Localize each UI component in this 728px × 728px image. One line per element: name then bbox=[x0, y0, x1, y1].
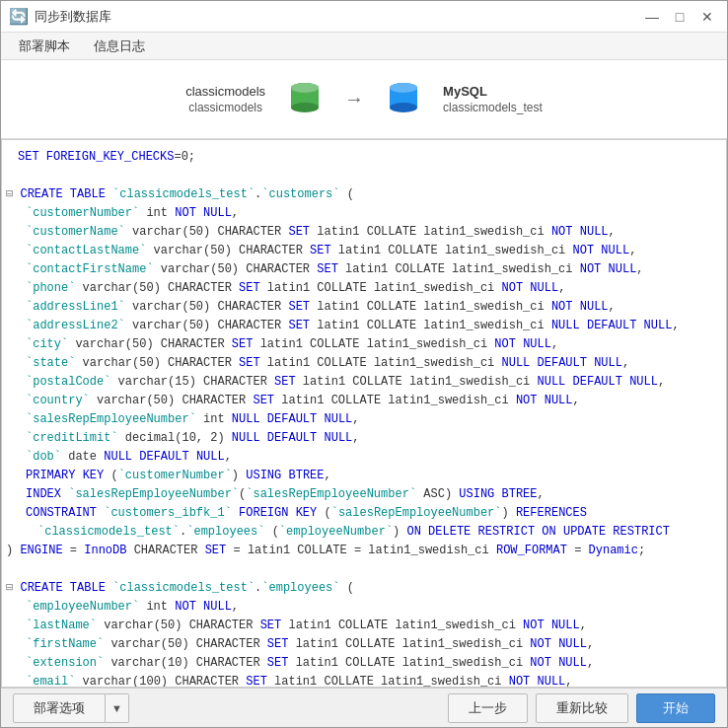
code-line-blank bbox=[2, 167, 726, 185]
close-button[interactable]: ✕ bbox=[695, 5, 719, 29]
svg-point-3 bbox=[291, 83, 319, 93]
code-line: `postalCode` varchar(15) CHARACTER SET l… bbox=[2, 373, 726, 392]
code-area[interactable]: SET FOREIGN_KEY_CHECKS=0; ⊟ CREATE TABLE… bbox=[1, 139, 727, 688]
window-title: 同步到数据库 bbox=[35, 8, 111, 26]
code-line: INDEX `salesRepEmployeeNumber`(`salesRep… bbox=[2, 485, 726, 504]
menu-item-deploy-script[interactable]: 部署脚本 bbox=[9, 34, 80, 59]
code-line: `country` varchar(50) CHARACTER SET lati… bbox=[2, 392, 726, 410]
start-button[interactable]: 开始 bbox=[636, 693, 715, 723]
deploy-options-dropdown[interactable]: ▼ bbox=[106, 693, 129, 723]
code-line: `contactLastName` varchar(50) CHARACTER … bbox=[2, 242, 726, 260]
target-db-icon bbox=[388, 80, 419, 118]
code-line: `addressLine2` varchar(50) CHARACTER SET… bbox=[2, 317, 726, 335]
menu-item-info-log[interactable]: 信息日志 bbox=[84, 34, 155, 59]
code-line: ⊟ CREATE TABLE `classicmodels_test`.`emp… bbox=[2, 579, 726, 598]
code-line: CONSTRAINT `customers_ibfk_1` FOREIGN KE… bbox=[2, 504, 726, 523]
collapse-icon[interactable]: ⊟ bbox=[6, 581, 20, 595]
deploy-options-group: 部署选项 ▼ bbox=[13, 693, 129, 723]
code-line: `firstName` varchar(50) CHARACTER SET la… bbox=[2, 635, 726, 654]
menu-bar: 部署脚本 信息日志 bbox=[1, 33, 727, 60]
code-line: ⊟ CREATE TABLE `classicmodels_test`.`cus… bbox=[2, 185, 726, 204]
source-db-icon bbox=[289, 80, 321, 118]
window-icon: 🔄 bbox=[9, 7, 29, 26]
maximize-button[interactable]: □ bbox=[668, 5, 692, 29]
footer-right: 上一步 重新比较 开始 bbox=[448, 693, 715, 723]
sync-header: classicmodels classicmodels → MySQL cl bbox=[1, 60, 727, 139]
code-line: SET FOREIGN_KEY_CHECKS=0; bbox=[2, 148, 726, 167]
source-db-info: classicmodels classicmodels bbox=[185, 84, 265, 114]
code-line: `lastName` varchar(50) CHARACTER SET lat… bbox=[2, 617, 726, 635]
recompare-button[interactable]: 重新比较 bbox=[536, 693, 628, 723]
code-line: `customerNumber` int NOT NULL, bbox=[2, 204, 726, 223]
footer: 部署选项 ▼ 上一步 重新比较 开始 bbox=[1, 688, 727, 727]
code-line: PRIMARY KEY (`customerNumber`) USING BTR… bbox=[2, 467, 726, 485]
source-db-name1: classicmodels bbox=[185, 84, 265, 99]
collapse-icon[interactable]: ⊟ bbox=[6, 187, 20, 201]
svg-point-2 bbox=[291, 103, 319, 112]
code-line: `email` varchar(100) CHARACTER SET latin… bbox=[2, 673, 726, 688]
svg-point-6 bbox=[390, 103, 417, 112]
code-line: `phone` varchar(50) CHARACTER SET latin1… bbox=[2, 279, 726, 298]
code-line: `employeeNumber` int NOT NULL, bbox=[2, 598, 726, 617]
code-line: `classicmodels_test`.`employees` (`emplo… bbox=[2, 523, 726, 542]
back-button[interactable]: 上一步 bbox=[448, 693, 528, 723]
code-line: `salesRepEmployeeNumber` int NULL DEFAUL… bbox=[2, 410, 726, 429]
code-line: `creditLimit` decimal(10, 2) NULL DEFAUL… bbox=[2, 429, 726, 448]
title-bar-left: 🔄 同步到数据库 bbox=[9, 7, 111, 26]
code-line: `extension` varchar(10) CHARACTER SET la… bbox=[2, 654, 726, 673]
main-window: 🔄 同步到数据库 — □ ✕ 部署脚本 信息日志 classicmodels c… bbox=[0, 0, 728, 728]
svg-point-7 bbox=[390, 83, 417, 93]
code-line-blank bbox=[2, 560, 726, 579]
code-line: `customerName` varchar(50) CHARACTER SET… bbox=[2, 223, 726, 242]
title-controls: — □ ✕ bbox=[640, 5, 719, 29]
code-line: `state` varchar(50) CHARACTER SET latin1… bbox=[2, 354, 726, 373]
target-db-info: MySQL classicmodels_test bbox=[443, 84, 543, 114]
code-line: ) ENGINE = InnoDB CHARACTER SET = latin1… bbox=[2, 542, 726, 560]
target-db-name: classicmodels_test bbox=[443, 101, 543, 114]
title-bar: 🔄 同步到数据库 — □ ✕ bbox=[1, 1, 727, 33]
code-line: `city` varchar(50) CHARACTER SET latin1 … bbox=[2, 335, 726, 354]
target-db-type: MySQL bbox=[443, 84, 487, 99]
code-line: `contactFirstName` varchar(50) CHARACTER… bbox=[2, 260, 726, 279]
source-db-name2: classicmodels bbox=[188, 101, 262, 114]
minimize-button[interactable]: — bbox=[640, 5, 664, 29]
code-line: `addressLine1` varchar(50) CHARACTER SET… bbox=[2, 298, 726, 317]
deploy-options-button[interactable]: 部署选项 bbox=[13, 693, 106, 723]
sync-arrow: → bbox=[344, 88, 364, 110]
code-line: `dob` date NULL DEFAULT NULL, bbox=[2, 448, 726, 467]
